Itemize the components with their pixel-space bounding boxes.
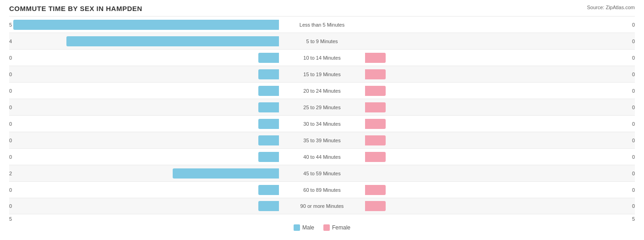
- female-value: 0: [632, 138, 635, 143]
- female-color-box: [323, 224, 330, 231]
- right-side: 0: [363, 149, 635, 165]
- female-bar: [365, 86, 386, 96]
- bar-row: 015 to 19 Minutes0: [9, 66, 635, 82]
- female-value: 0: [632, 105, 635, 110]
- female-value: 0: [632, 55, 635, 61]
- bar-row: 45 to 9 Minutes0: [9, 33, 635, 49]
- row-label: 40 to 44 Minutes: [281, 154, 363, 160]
- male-color-box: [294, 224, 300, 231]
- row-label: 60 to 89 Minutes: [281, 187, 363, 193]
- left-side: 2: [9, 165, 281, 181]
- source-label: Source: ZipAtlas.com: [587, 5, 635, 10]
- male-bar: [258, 185, 279, 195]
- male-bar: [258, 86, 279, 96]
- bar-row: 025 to 29 Minutes0: [9, 99, 635, 115]
- row-label: 35 to 39 Minutes: [281, 138, 363, 143]
- bar-row: 060 to 89 Minutes0: [9, 181, 635, 198]
- right-side: 0: [363, 33, 635, 49]
- row-label: 15 to 19 Minutes: [281, 72, 363, 77]
- axis-row: 5 5: [9, 216, 635, 222]
- left-side: 0: [9, 50, 281, 66]
- male-value: 0: [9, 105, 12, 110]
- female-bar: [365, 53, 386, 63]
- row-label: 30 to 34 Minutes: [281, 121, 363, 127]
- row-label: 5 to 9 Minutes: [281, 39, 363, 44]
- female-bar: [365, 102, 386, 112]
- male-bar: [258, 102, 279, 112]
- bar-row: 035 to 39 Minutes0: [9, 132, 635, 148]
- bar-row: 030 to 34 Minutes0: [9, 115, 635, 132]
- left-side: 0: [9, 182, 281, 198]
- chart-title: COMMUTE TIME BY SEX IN HAMPDEN: [9, 5, 635, 12]
- legend-female: Female: [323, 224, 350, 231]
- row-label: Less than 5 Minutes: [281, 22, 363, 28]
- bar-row: 245 to 59 Minutes0: [9, 165, 635, 181]
- male-value: 0: [9, 203, 12, 209]
- female-value: 0: [632, 39, 635, 44]
- female-bar: [365, 69, 386, 79]
- bar-row: 090 or more Minutes0: [9, 198, 635, 214]
- left-side: 0: [9, 83, 281, 99]
- female-bar: [365, 152, 386, 162]
- row-label: 90 or more Minutes: [281, 203, 363, 209]
- male-value: 0: [9, 72, 12, 77]
- legend: Male Female: [9, 224, 635, 231]
- axis-left: 5: [9, 216, 282, 222]
- bars-area: 5Less than 5 Minutes045 to 9 Minutes0010…: [9, 16, 635, 214]
- male-bar: [258, 152, 279, 162]
- female-value: 0: [632, 72, 635, 77]
- male-bar: [258, 53, 279, 63]
- male-bar: [258, 69, 279, 79]
- female-bar: [365, 119, 386, 129]
- male-bar: [258, 135, 279, 145]
- right-side: 0: [363, 132, 635, 148]
- left-side: 0: [9, 99, 281, 115]
- right-side: 0: [363, 116, 635, 132]
- right-side: 0: [363, 99, 635, 115]
- female-bar: [365, 185, 386, 195]
- female-value: 0: [632, 154, 635, 160]
- bar-row: 5Less than 5 Minutes0: [9, 16, 635, 33]
- male-value: 4: [9, 39, 12, 44]
- female-value: 0: [632, 171, 635, 176]
- male-bar: [173, 168, 279, 179]
- row-label: 25 to 29 Minutes: [281, 105, 363, 110]
- female-bar: [365, 201, 386, 211]
- left-side: 4: [9, 33, 281, 49]
- right-side: 0: [363, 83, 635, 99]
- male-value: 0: [9, 121, 12, 127]
- axis-left-value: 5: [9, 216, 12, 222]
- left-side: 0: [9, 132, 281, 148]
- male-label: Male: [302, 224, 314, 231]
- male-value: 0: [9, 88, 12, 94]
- left-side: 5: [9, 17, 281, 33]
- legend-male: Male: [294, 224, 314, 231]
- female-value: 0: [632, 22, 635, 28]
- female-bar: [365, 135, 386, 145]
- right-side: 0: [363, 165, 635, 181]
- right-side: 0: [363, 66, 635, 82]
- row-label: 45 to 59 Minutes: [281, 171, 363, 176]
- row-label: 10 to 14 Minutes: [281, 55, 363, 61]
- axis-right-value: 5: [632, 216, 635, 222]
- chart-container: COMMUTE TIME BY SEX IN HAMPDEN Source: Z…: [0, 0, 644, 240]
- female-value: 0: [632, 187, 635, 193]
- left-side: 0: [9, 116, 281, 132]
- male-value: 0: [9, 154, 12, 160]
- bar-row: 010 to 14 Minutes0: [9, 49, 635, 66]
- female-label: Female: [332, 224, 350, 231]
- male-value: 0: [9, 138, 12, 143]
- male-value: 2: [9, 171, 12, 176]
- male-bar: [258, 201, 279, 211]
- right-side: 0: [363, 182, 635, 198]
- female-value: 0: [632, 203, 635, 209]
- male-value: 5: [9, 22, 12, 28]
- male-value: 0: [9, 55, 12, 61]
- male-value: 0: [9, 187, 12, 193]
- bar-row: 020 to 24 Minutes0: [9, 82, 635, 99]
- right-side: 0: [363, 198, 635, 214]
- female-value: 0: [632, 88, 635, 94]
- female-value: 0: [632, 121, 635, 127]
- left-side: 0: [9, 66, 281, 82]
- bar-row: 040 to 44 Minutes0: [9, 148, 635, 165]
